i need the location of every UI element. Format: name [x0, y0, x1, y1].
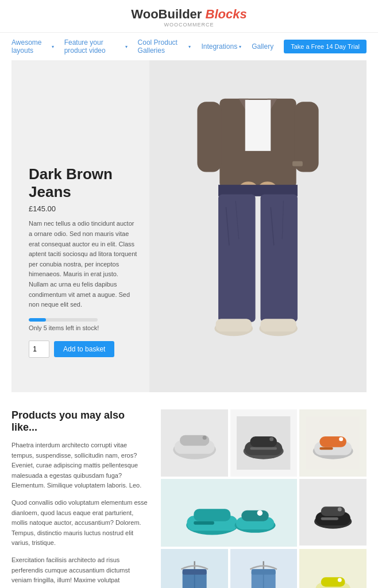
svg-rect-42 [194, 521, 214, 524]
nav-item-gallery[interactable]: Gallery [252, 42, 273, 51]
svg-rect-62 [252, 569, 276, 574]
svg-point-30 [269, 437, 273, 441]
main-nav: Awesome layouts ▾ Feature your product v… [0, 33, 378, 60]
svg-rect-57 [182, 569, 206, 574]
nav-item-galleries[interactable]: Cool Product Galleries ▾ [138, 38, 191, 55]
product-hero: Dark Brown Jeans £145.00 Nam nec tellus … [11, 60, 367, 392]
chevron-down-icon: ▾ [239, 44, 241, 49]
thumbnail-shoes-bw[interactable] [161, 409, 228, 477]
logo[interactable]: WooBuilder Blocks WOOCOMMERCE [0, 7, 378, 28]
svg-point-36 [339, 437, 343, 441]
logo-blocks: Blocks [206, 7, 247, 21]
thumbnail-jeans-2[interactable] [230, 549, 298, 588]
stock-indicator: Only 5 items left in stock! [29, 318, 138, 332]
product-description: Nam nec tellus a odio tincidunt auctor a… [29, 219, 138, 310]
svg-rect-4 [245, 100, 271, 151]
svg-rect-31 [250, 447, 277, 450]
svg-point-68 [338, 578, 342, 582]
thumbnail-shoes-black2[interactable] [299, 479, 367, 546]
svg-rect-41 [194, 509, 230, 521]
thumbnail-shoes-teal-wide[interactable] [161, 479, 297, 547]
svg-rect-5 [197, 102, 221, 172]
quantity-input[interactable] [29, 341, 49, 358]
svg-rect-20 [292, 161, 303, 167]
thumbnail-jeans-1[interactable] [161, 549, 228, 588]
svg-point-46 [257, 510, 262, 515]
stock-bar-fill [29, 318, 46, 322]
chevron-down-icon: ▾ [125, 44, 128, 49]
svg-point-52 [338, 508, 342, 512]
svg-rect-50 [321, 507, 345, 516]
related-para-3: Exercitation facilisis architecto ad ris… [11, 555, 149, 588]
svg-rect-66 [321, 577, 345, 586]
svg-point-25 [202, 436, 206, 440]
related-products-section: Products you may also like... Phaetra in… [0, 392, 378, 588]
svg-rect-37 [319, 447, 333, 450]
related-para-2: Quod convallis odio voluptatum elementum… [11, 498, 149, 548]
product-image-area [149, 60, 367, 392]
add-to-basket-button[interactable]: Add to basket [54, 341, 114, 357]
thumbnail-shoes-yellow[interactable] [299, 549, 367, 588]
stock-text: Only 5 items left in stock! [29, 324, 138, 332]
svg-rect-51 [321, 517, 338, 520]
add-to-basket-row: Add to basket [29, 341, 138, 358]
nav-item-video[interactable]: Feature your product video ▾ [64, 38, 128, 55]
nav-item-integrations[interactable]: Integrations ▾ [201, 42, 241, 51]
nav-item-layouts[interactable]: Awesome layouts ▾ [11, 38, 54, 55]
product-info: Dark Brown Jeans £145.00 Nam nec tellus … [11, 148, 149, 392]
nav-cta-button[interactable]: Take a Free 14 Day Trial [284, 40, 367, 53]
logo-text: WooBuilder Blocks [131, 7, 246, 21]
svg-rect-45 [241, 510, 268, 521]
product-image [149, 60, 367, 392]
site-header: WooBuilder Blocks WOOCOMMERCE Awesome la… [0, 0, 378, 60]
svg-rect-19 [260, 319, 296, 331]
chevron-down-icon: ▾ [188, 44, 191, 49]
product-title: Dark Brown Jeans [29, 165, 138, 201]
logo-sub: WOOCOMMERCE [0, 22, 378, 28]
product-price: £145.00 [29, 204, 138, 213]
product-thumbnails-grid [161, 409, 367, 588]
stock-bar [29, 318, 98, 322]
svg-rect-11 [260, 194, 297, 322]
svg-rect-17 [216, 319, 252, 331]
chevron-down-icon: ▾ [52, 44, 54, 49]
related-heading: Products you may also like... [11, 409, 149, 434]
related-para-1: Phaetra interdum architecto corrupti vit… [11, 440, 149, 491]
thumbnail-shoes-dark[interactable] [230, 409, 298, 477]
thumbnail-shoes-orange[interactable] [299, 409, 367, 477]
products-text-block: Products you may also like... Phaetra in… [11, 409, 149, 588]
